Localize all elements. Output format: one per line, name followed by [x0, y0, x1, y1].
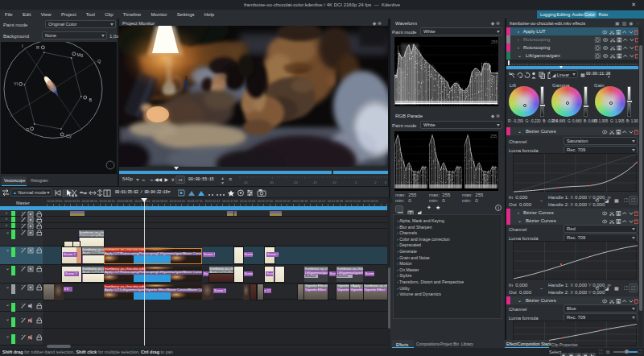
svg-text:-2: -2: [374, 180, 377, 184]
svg-text:-10: -10: [332, 180, 337, 184]
svg-text:Mg: Mg: [77, 52, 84, 57]
svg-text:-20: -20: [293, 180, 299, 184]
svg-text:Yl: Yl: [14, 81, 18, 86]
svg-text:-30: -30: [269, 180, 275, 184]
svg-text:-45: -45: [243, 180, 249, 184]
svg-text:0: 0: [385, 180, 387, 184]
svg-text:B: B: [89, 97, 93, 102]
svg-text:Cy: Cy: [66, 134, 72, 139]
svg-text:I: I: [22, 43, 23, 48]
svg-text:-5: -5: [354, 180, 357, 184]
svg-text:-15: -15: [312, 180, 318, 184]
svg-text:Q: Q: [97, 59, 101, 64]
svg-text:G: G: [26, 127, 29, 132]
svg-text:255: 255: [491, 39, 498, 44]
svg-text:255: 255: [490, 134, 497, 139]
svg-text:R: R: [36, 45, 39, 50]
